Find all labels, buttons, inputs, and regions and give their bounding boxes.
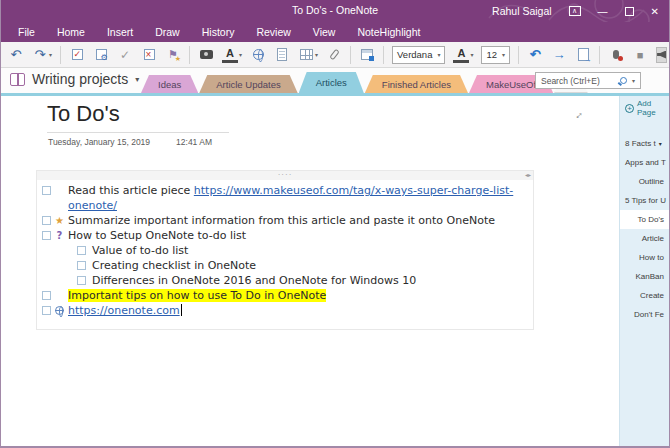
forward-icon[interactable]: → [551,47,567,63]
todo-checkbox[interactable] [42,291,51,300]
page-item-article[interactable]: Article [620,229,669,248]
page-item-to-dos-selected[interactable]: To Do's [620,210,669,229]
find-tags-icon[interactable]: ⚑★ [165,47,181,63]
menu-file[interactable]: File [7,22,46,42]
quick-access-toolbar: ↶ ↷▾ ✓ ⚙ ✓ × ⚑★ A▾ ▾ Verdana▾ A▾ 12▾ ↶ →… [1,42,669,68]
page-expand-chevron-icon[interactable]: ▾ [659,141,662,147]
todo-tag-icon[interactable]: ✓ [69,47,85,63]
todo-item: ★ Summarize important information from t… [37,213,519,228]
ribbon-display-options-icon[interactable]: ∧ [569,6,581,16]
todo-text: Read this article piece [68,184,194,197]
font-size-caret-icon: ▾ [502,51,505,58]
new-page-icon[interactable] [575,47,591,63]
section-tabs: Ideas Article Updates Articles Finished … [141,72,589,93]
menu-insert[interactable]: Insert [96,22,144,42]
play-audio-icon[interactable] [656,47,667,63]
todo-checkbox[interactable] [77,246,86,255]
full-page-toggle-icon[interactable]: ↔ [569,106,585,122]
menu-bar: File Home Insert Draw History Review Vie… [1,22,669,42]
menu-draw[interactable]: Draw [144,22,191,42]
remove-tag-icon[interactable]: × [141,47,157,63]
question-tag-icon[interactable]: ? [51,228,68,243]
important-tag-icon[interactable]: ★ [51,213,68,228]
page-item-outline[interactable]: Outline [620,172,669,191]
undo-icon[interactable]: ↶ [8,47,24,63]
todo-checkbox[interactable] [77,261,86,270]
mark-tag-done-icon[interactable]: ✓ [117,47,133,63]
todo-checkbox[interactable] [77,276,86,285]
user-name[interactable]: Rahul Saigal [492,5,552,17]
handle-dots-icon: ···· [278,170,293,179]
insert-date-icon[interactable] [359,47,375,63]
font-color-button[interactable]: A▾ [453,47,473,63]
font-size-select[interactable]: 12▾ [481,46,510,64]
container-resize-icon[interactable]: ◂▸ [525,172,531,179]
attach-file-icon[interactable] [326,47,342,63]
menu-home[interactable]: Home [46,22,96,42]
font-color-icon: A [453,47,469,63]
add-page-button[interactable]: + Add Page [620,96,669,120]
text-cursor [181,304,182,316]
page-item-dont-fe[interactable]: Don't Fe [620,305,669,324]
menu-view[interactable]: View [302,22,347,42]
back-icon[interactable]: ↶ [527,47,543,63]
insert-link-icon[interactable] [250,47,266,63]
redo-button[interactable]: ↷▾ [32,47,52,63]
maximize-button[interactable] [625,7,634,16]
menu-notehighlight[interactable]: NoteHighlight [346,22,431,42]
page-item-how-to[interactable]: How to [620,248,669,267]
search-placeholder: Search (Ctrl+E) [541,76,616,86]
title-bar: To Do's - OneNote Rahul Saigal ∧ — ✕ [1,0,669,22]
font-format-icon: A [222,47,238,63]
tab-ideas[interactable]: Ideas [141,75,198,93]
screen-clipping-icon[interactable] [198,47,214,63]
todo-text: Differences in OneNote 2016 and OneNote … [92,273,519,288]
page-item-kanban[interactable]: KanBan [620,267,669,286]
todo-text: Value of to-do list [92,243,519,258]
todo-text: Creating checklist in OneNote [92,258,519,273]
onenote-link[interactable]: https://onenote.com [68,304,180,317]
close-button[interactable]: ✕ [651,6,659,17]
page-datetime: Tuesday, January 15, 201912:41 AM [48,137,212,147]
notebook-caret-icon: ▾ [135,75,139,84]
font-name-caret-icon: ▾ [437,51,440,58]
page-title[interactable]: To Do's [47,101,120,127]
note-container-handle[interactable]: ···· ◂▸ [37,171,533,180]
search-input[interactable]: Search (Ctrl+E) ▾ [535,72,641,89]
add-page-icon: + [625,104,634,113]
page-item-5-tips[interactable]: 5 Tips for U [620,191,669,210]
insert-table-button[interactable]: ▾ [298,47,318,63]
todo-checkbox[interactable] [42,186,51,195]
notebook-name: Writing projects [32,71,128,87]
todo-checkbox[interactable] [42,216,51,225]
todo-text: How to Setup OneNote to-do list [68,228,519,243]
add-page-label: Add Page [637,99,669,117]
insert-table-icon [298,47,314,63]
todo-checkbox[interactable] [42,231,51,240]
notebook-icon [10,73,25,86]
page-item-8-facts[interactable]: 8 Facts t▾ [620,134,669,153]
page-canvas[interactable]: ↔ To Do's Tuesday, January 15, 201912:41… [1,96,619,446]
font-name-select[interactable]: Verdana▾ [392,46,445,64]
font-format-button[interactable]: A▾ [222,47,242,63]
note-container[interactable]: ···· ◂▸ Read this article piece https://… [36,170,534,330]
customize-tags-icon[interactable]: ⚙ [93,47,109,63]
attach-document-icon[interactable] [274,47,290,63]
page-item-apps-and-t[interactable]: Apps and T [620,153,669,172]
tab-article-updates[interactable]: Article Updates [199,75,297,93]
stop-audio-icon[interactable]: ■ [632,47,648,63]
page-list-sidebar: + Add Page 8 Facts t▾ Apps and T Outline… [619,96,669,446]
notebook-selector[interactable]: Writing projects ▾ [10,71,139,87]
menu-history[interactable]: History [191,22,246,42]
todo-item: Important tips on how to use To Do in On… [37,288,519,303]
tab-articles-active[interactable]: Articles [299,72,364,93]
website-tag-icon[interactable] [55,306,64,315]
minimize-button[interactable]: — [598,6,608,17]
page-item-create[interactable]: Create [620,286,669,305]
navigation-row: Writing projects ▾ Ideas Article Updates… [1,68,669,93]
todo-checkbox[interactable] [42,306,51,315]
tab-finished-articles[interactable]: Finished Articles [365,75,468,93]
page-list: 8 Facts t▾ Apps and T Outline 5 Tips for… [620,134,669,324]
menu-review[interactable]: Review [245,22,301,42]
record-audio-icon[interactable] [608,47,624,63]
